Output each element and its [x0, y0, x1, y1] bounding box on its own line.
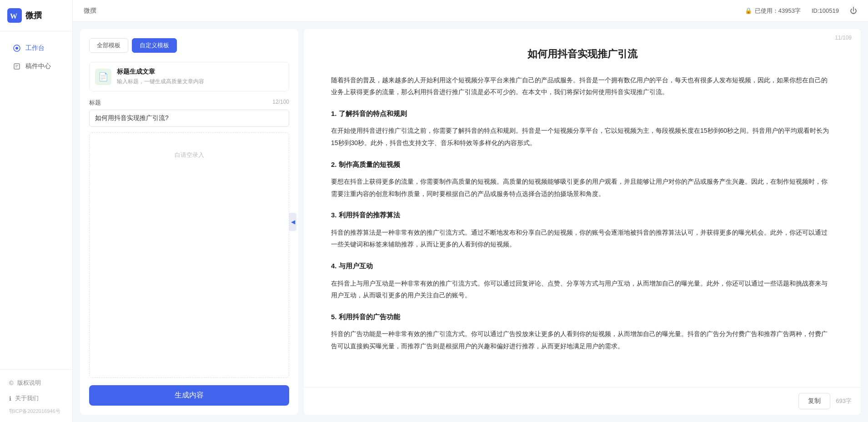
sidebar: W 微撰 工作台 稿件中心 ©	[0, 0, 73, 422]
left-panel: 全部模板 自定义模板 📄 标题生成文章 输入标题，一键生成高质量文章内容 标题 …	[80, 29, 298, 415]
collapse-button[interactable]: ◀	[289, 213, 296, 231]
svg-point-3	[15, 47, 18, 50]
topbar: 微撰 🔒 已使用：43953字 ID:100519 ⏻	[73, 0, 868, 22]
section-heading-4: 4. 与用户互动	[331, 260, 833, 273]
section-heading-3: 3. 利用抖音的推荐算法	[331, 209, 833, 222]
copyright-label: 版权说明	[17, 379, 41, 387]
section-para-1: 在开始使用抖音进行推广引流之前，你需要了解抖音的特点和规则。抖音是一个短视频分享…	[331, 125, 833, 149]
section-intro: 随着抖音的普及，越来越多的人开始利用这个短视频分享平台来推广自己的产品或服务。抖…	[331, 74, 833, 98]
drafts-icon	[13, 62, 21, 70]
app-title: 微撰	[25, 10, 42, 21]
about-label: 关于我们	[15, 394, 39, 402]
preview-body: 随着抖音的普及，越来越多的人开始利用这个短视频分享平台来推广自己的产品或服务。抖…	[331, 74, 833, 352]
title-label-text: 标题	[89, 99, 101, 107]
generate-button[interactable]: 生成内容	[89, 385, 289, 406]
template-card-icon: 📄	[95, 69, 111, 85]
section-heading-2: 2. 制作高质量的短视频	[331, 158, 833, 171]
page-number: 11/109	[835, 35, 852, 41]
section-heading-5: 5. 利用抖音的广告功能	[331, 311, 833, 324]
icp-info: 鄂ICP备2022016946号	[0, 406, 72, 418]
copy-button[interactable]: 复制	[798, 393, 830, 409]
usage-label: 已使用：43953字	[755, 7, 801, 15]
title-count: 12/100	[272, 99, 289, 107]
form-section: 标题 12/100 白请空录入 生成内容	[89, 99, 289, 406]
sidebar-item-about[interactable]: ℹ 关于我们	[0, 391, 72, 406]
template-card[interactable]: 📄 标题生成文章 输入标题，一键生成高质量文章内容	[89, 62, 289, 91]
section-heading-1: 1. 了解抖音的特点和规则	[331, 107, 833, 121]
svg-rect-4	[14, 64, 20, 69]
sidebar-item-drafts[interactable]: 稿件中心	[4, 58, 69, 75]
logo-icon: W	[7, 8, 22, 23]
svg-text:W: W	[10, 12, 17, 20]
word-count: 693字	[836, 397, 852, 405]
title-field-label: 标题 12/100	[89, 99, 289, 107]
usage-info: 🔒 已使用：43953字	[745, 7, 801, 15]
workspace-icon	[13, 44, 21, 52]
template-card-info: 标题生成文章 输入标题，一键生成高质量文章内容	[117, 68, 204, 85]
preview-content[interactable]: 如何用抖音实现推广引流 随着抖音的普及，越来越多的人开始利用这个短视频分享平台来…	[304, 29, 861, 387]
workspace-label: 工作台	[25, 44, 45, 52]
template-card-desc: 输入标题，一键生成高质量文章内容	[117, 78, 204, 85]
placeholder-area[interactable]: 白请空录入	[89, 132, 289, 378]
section-para-4: 在抖音上与用户互动是一种非常有效的推广引流方式。你可以通过回复评论、点赞、分享等…	[331, 277, 833, 301]
content-area: 全部模板 自定义模板 📄 标题生成文章 输入标题，一键生成高质量文章内容 标题 …	[73, 22, 868, 422]
about-icon: ℹ	[9, 395, 11, 402]
section-para-3: 抖音的推荐算法是一种非常有效的推广引流方式。通过不断地发布和分享自己的短视频，你…	[331, 226, 833, 251]
title-input[interactable]	[89, 110, 289, 127]
section-para-2: 要想在抖音上获得更多的流量，你需要制作高质量的短视频。高质量的短视频能够吸引更多…	[331, 176, 833, 200]
tab-custom[interactable]: 自定义模板	[132, 38, 177, 53]
preview-title: 如何用抖音实现推广引流	[331, 47, 833, 61]
usage-icon: 🔒	[745, 7, 752, 14]
template-tabs: 全部模板 自定义模板	[89, 38, 289, 53]
sidebar-bottom: © 版权说明 ℹ 关于我们 鄂ICP备2022016946号	[0, 369, 72, 422]
topbar-right: 🔒 已使用：43953字 ID:100519 ⏻	[745, 7, 857, 15]
sidebar-item-copyright[interactable]: © 版权说明	[0, 375, 72, 391]
tab-all[interactable]: 全部模板	[89, 38, 128, 53]
id-info: ID:100519	[812, 7, 839, 14]
placeholder-text: 白请空录入	[175, 151, 204, 158]
logo-area: W 微撰	[0, 0, 72, 31]
template-card-title: 标题生成文章	[117, 68, 204, 76]
preview-footer: 复制 693字	[304, 387, 861, 415]
section-para-5: 抖音的广告功能是一种非常有效的推广引流方式。你可以通过广告投放来让更多的人看到你…	[331, 328, 833, 352]
main-area: 微撰 🔒 已使用：43953字 ID:100519 ⏻ 全部模板 自定义模板 📄…	[73, 0, 868, 422]
power-icon[interactable]: ⏻	[850, 7, 857, 15]
sidebar-nav: 工作台 稿件中心	[0, 31, 72, 369]
sidebar-item-workspace[interactable]: 工作台	[4, 40, 69, 57]
right-panel: 11/109 如何用抖音实现推广引流 随着抖音的普及，越来越多的人开始利用这个短…	[304, 29, 861, 415]
topbar-title: 微撰	[84, 7, 96, 15]
copyright-icon: ©	[9, 380, 14, 387]
drafts-label: 稿件中心	[25, 62, 51, 70]
